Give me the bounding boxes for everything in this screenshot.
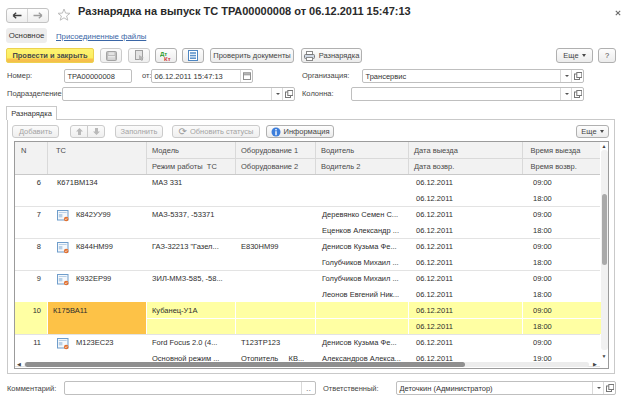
svg-text:Кт: Кт (164, 56, 171, 62)
